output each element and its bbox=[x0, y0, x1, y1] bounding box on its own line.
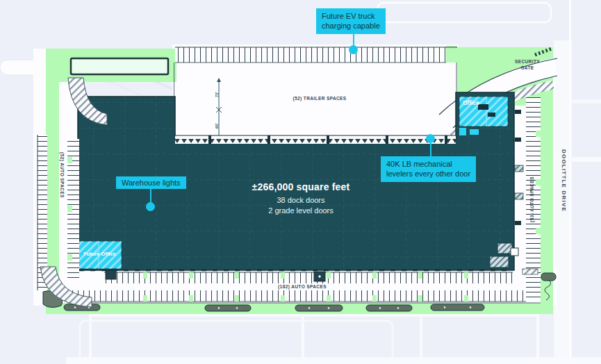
callout-levelers[interactable]: 40K LB mechanical levelers every other d… bbox=[381, 156, 476, 182]
callout-lights-label: Warehouse lights bbox=[122, 178, 181, 188]
building-area: ±266,000 square feet bbox=[223, 181, 379, 192]
callout-levelers-dot[interactable] bbox=[426, 134, 435, 143]
callout-ev-line2: charging capable bbox=[322, 21, 380, 31]
callout-levelers-line2: levelers every other door bbox=[386, 169, 470, 179]
dimension-upper-label: 72' bbox=[215, 92, 219, 97]
building-stats: ±266,000 square feet 38 dock doors 2 gra… bbox=[223, 181, 379, 216]
callout-ev-dot[interactable] bbox=[349, 45, 358, 54]
callout-levelers-line1: 40K LB mechanical bbox=[386, 159, 470, 169]
trailer-spaces-label: (52) TRAILER SPACES bbox=[285, 96, 354, 101]
future-office-label: Future Office bbox=[78, 251, 122, 257]
retention-basin bbox=[71, 58, 168, 74]
callout-lights-leader bbox=[150, 189, 151, 203]
dimension-lower-label: 60' bbox=[215, 123, 219, 129]
office-label: Office bbox=[463, 99, 479, 106]
security-gate-label: SECURITY GATE bbox=[511, 59, 543, 72]
callout-lights-dot[interactable] bbox=[146, 202, 155, 211]
callout-warehouse-lights[interactable]: Warehouse lights bbox=[116, 176, 186, 189]
grade-doors-count: 2 grade level doors bbox=[223, 206, 379, 216]
callout-ev-line1: Future EV truck bbox=[322, 11, 380, 21]
auto-spaces-south-label: (182) AUTO SPACES bbox=[267, 284, 337, 289]
callout-levelers-leader bbox=[430, 143, 431, 157]
dock-doors-count: 38 dock doors bbox=[223, 195, 379, 206]
callout-ev-charging[interactable]: Future EV truck charging capable bbox=[316, 8, 386, 34]
auto-spaces-west-label: (52) AUTO SPACES bbox=[60, 152, 65, 198]
street-name-label: DOOLITTLE DRIVE bbox=[561, 149, 567, 212]
callout-ev-leader bbox=[353, 32, 354, 46]
monument-sign bbox=[541, 273, 556, 281]
site-plan: (52) TRAILER SPACES SECURITY GATE (182) … bbox=[0, 0, 601, 364]
auto-spaces-east-label: (53) AUTO SPACES bbox=[529, 176, 534, 222]
